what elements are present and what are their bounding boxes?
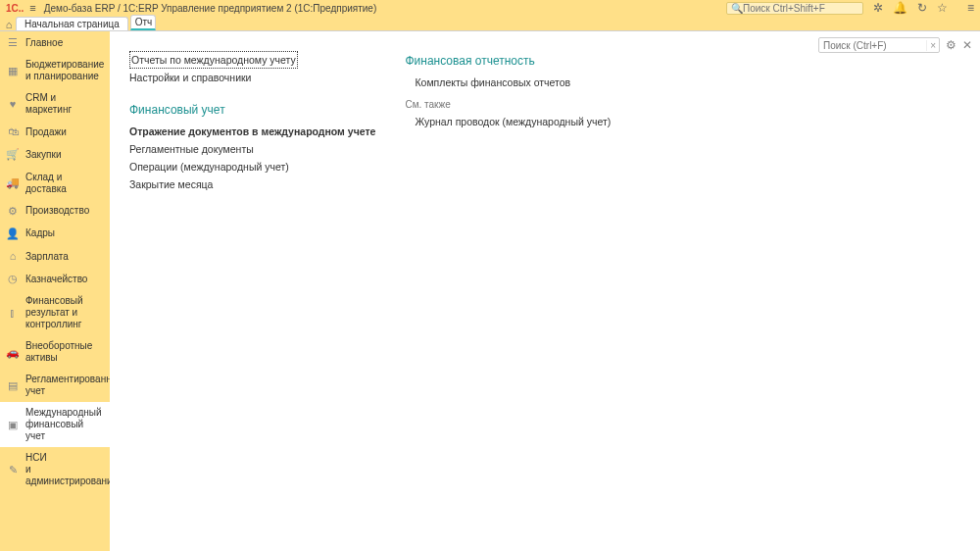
sidebar-item-9[interactable]: ◷Казначейство <box>0 268 110 290</box>
content-search[interactable]: × <box>818 37 940 53</box>
column-1: Отчеты по международному учету Настройки… <box>129 51 375 193</box>
link-settings-refs[interactable]: Настройки и справочники <box>129 69 375 86</box>
bell-icon[interactable]: 🔔 <box>893 1 907 15</box>
content-columns: Отчеты по международному учету Настройки… <box>129 51 968 193</box>
sidebar-label: Казначейство <box>25 274 87 285</box>
sidebar-label: CRM и маркетинг <box>25 92 104 116</box>
link-operations-intl[interactable]: Операции (международный учет) <box>129 158 375 175</box>
heading-fin-reporting[interactable]: Финансовая отчетность <box>405 51 611 74</box>
sidebar-icon: 👤 <box>6 227 20 240</box>
sidebar-icon: 🚗 <box>6 346 20 359</box>
title-bar: 1C.. ≡ Демо-база ERP / 1C:ERP Управление… <box>0 0 980 16</box>
link-doc-reflection[interactable]: Отражение документов в международном уче… <box>129 123 375 140</box>
search-icon: 🔍 <box>731 3 743 14</box>
sidebar-icon: ⚙ <box>6 205 20 218</box>
window-title: Демо-база ERP / 1C:ERP Управление предпр… <box>44 3 726 14</box>
sidebar-item-1[interactable]: ▦Бюджетирование и планирование <box>0 54 110 87</box>
global-search[interactable]: 🔍 <box>726 2 863 15</box>
content-toolbar: × ⚙ ✕ <box>818 37 972 53</box>
sidebar-icon: 🛍 <box>6 125 20 138</box>
close-icon[interactable]: ✕ <box>962 38 972 52</box>
link-reports-intl[interactable]: Отчеты по международному учету <box>129 51 298 69</box>
sidebar-label: Внеоборотные активы <box>25 340 104 364</box>
hamburger-icon[interactable]: ≡ <box>29 2 35 14</box>
sidebar-icon: ✎ <box>6 464 20 476</box>
sidebar-item-0[interactable]: ☰Главное <box>0 31 110 54</box>
sidebar-icon: ◷ <box>6 273 20 285</box>
sidebar-label: НСИ и администрирование <box>25 452 110 487</box>
tab-reports[interactable]: Отч <box>130 15 156 30</box>
app-logo: 1C.. <box>6 3 24 14</box>
sidebar: ☰Главное▦Бюджетирование и планирование♥C… <box>0 31 110 551</box>
sidebar-item-2[interactable]: ♥CRM и маркетинг <box>0 87 110 121</box>
sidebar-item-3[interactable]: 🛍Продажи <box>0 121 110 143</box>
tab-bar: ⌂ Начальная страница Отч <box>0 16 980 31</box>
history-icon[interactable]: ↻ <box>917 1 927 15</box>
sidebar-item-14[interactable]: ✎НСИ и администрирование <box>0 447 110 492</box>
sidebar-item-4[interactable]: 🛒Закупки <box>0 143 110 166</box>
sidebar-item-7[interactable]: 👤Кадры <box>0 223 110 245</box>
sidebar-label: Закупки <box>25 149 61 161</box>
sidebar-item-11[interactable]: 🚗Внеоборотные активы <box>0 335 110 369</box>
link-report-sets[interactable]: Комплекты финансовых отчетов <box>405 74 611 91</box>
label-see-also: См. также <box>405 91 611 113</box>
sidebar-icon: ▤ <box>6 379 20 392</box>
filter-icon[interactable]: ≡ <box>967 1 974 15</box>
sidebar-icon: ♥ <box>6 98 20 111</box>
sidebar-icon: ☰ <box>6 36 20 49</box>
main-area: ☰Главное▦Бюджетирование и планирование♥C… <box>0 31 980 551</box>
sidebar-label: Финансовый результат и контроллинг <box>25 295 104 330</box>
compass-icon[interactable]: ✲ <box>873 1 883 15</box>
sidebar-item-8[interactable]: ⌂Зарплата <box>0 245 110 268</box>
sidebar-label: Производство <box>25 205 89 217</box>
sidebar-label: Регламентированный учет <box>25 374 110 397</box>
heading-fin-accounting[interactable]: Финансовый учет <box>129 100 375 123</box>
sidebar-item-12[interactable]: ▤Регламентированный учет <box>0 369 110 402</box>
gear-icon[interactable]: ⚙ <box>946 38 956 52</box>
sidebar-icon: ⫿ <box>6 307 20 320</box>
sidebar-label: Бюджетирование и планирование <box>25 59 104 82</box>
sidebar-label: Международный финансовый учет <box>25 407 104 442</box>
sidebar-label: Кадры <box>25 227 55 239</box>
sidebar-label: Склад и доставка <box>25 172 104 195</box>
sidebar-icon: 🛒 <box>6 148 20 161</box>
sidebar-icon: 🚚 <box>6 176 20 189</box>
sidebar-item-10[interactable]: ⫿Финансовый результат и контроллинг <box>0 290 110 335</box>
sidebar-icon: ▦ <box>6 65 20 77</box>
sidebar-item-13[interactable]: ▣Международный финансовый учет <box>0 402 110 447</box>
sidebar-item-5[interactable]: 🚚Склад и доставка <box>0 167 110 200</box>
clear-search-icon[interactable]: × <box>926 40 939 51</box>
link-reg-documents[interactable]: Регламентные документы <box>129 140 375 158</box>
sidebar-label: Зарплата <box>25 251 69 263</box>
link-journal-entries[interactable]: Журнал проводок (международный учет) <box>405 113 611 130</box>
sidebar-label: Продажи <box>25 126 67 138</box>
tab-home[interactable]: Начальная страница <box>16 17 128 30</box>
content-panel: × ⚙ ✕ Отчеты по международному учету Нас… <box>110 31 980 551</box>
global-search-input[interactable] <box>743 3 858 14</box>
sidebar-icon: ⌂ <box>6 250 20 263</box>
home-icon[interactable]: ⌂ <box>2 19 16 30</box>
star-icon[interactable]: ☆ <box>937 1 948 15</box>
sidebar-icon: ▣ <box>6 419 20 431</box>
sidebar-label: Главное <box>25 37 63 49</box>
link-month-close[interactable]: Закрытие месяца <box>129 175 375 193</box>
content-search-input[interactable] <box>819 40 926 51</box>
sidebar-item-6[interactable]: ⚙Производство <box>0 200 110 223</box>
column-2: Финансовая отчетность Комплекты финансов… <box>405 51 611 193</box>
